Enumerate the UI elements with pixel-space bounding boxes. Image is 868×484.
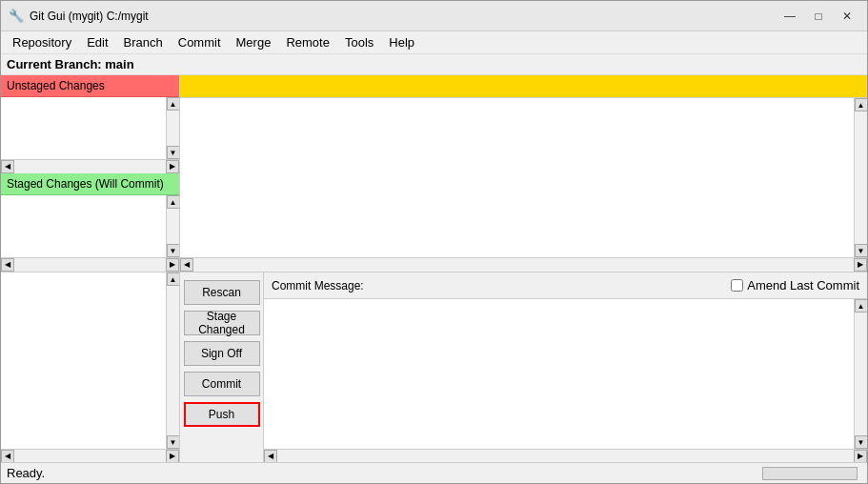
- menu-branch[interactable]: Branch: [116, 32, 171, 53]
- commit-scroll-down[interactable]: ▼: [855, 435, 868, 449]
- commit-button[interactable]: Commit: [184, 372, 260, 396]
- commit-message-panel: Commit Message: Amend Last Commit ▲ ▼: [264, 272, 867, 462]
- menu-help[interactable]: Help: [381, 32, 422, 53]
- menu-commit[interactable]: Commit: [171, 32, 229, 53]
- bottom-left-panel: ▲ ▼ ◀ ▶: [1, 272, 180, 462]
- bottom-left-hscroll-track: [14, 450, 166, 463]
- staged-vscrollbar[interactable]: ▲ ▼: [166, 195, 179, 257]
- commit-hscroll-right[interactable]: ▶: [854, 450, 867, 463]
- menu-merge[interactable]: Merge: [229, 32, 279, 53]
- bottom-left-scroll-down[interactable]: ▼: [167, 435, 180, 449]
- menu-tools[interactable]: Tools: [337, 32, 381, 53]
- diff-content[interactable]: [180, 98, 854, 257]
- app-icon: 🔧: [9, 9, 24, 24]
- bottom-area: ▲ ▼ ◀ ▶ Rescan Stage Changed Sign Off Co…: [1, 272, 867, 462]
- close-button[interactable]: ✕: [835, 7, 859, 26]
- commit-vscrollbar[interactable]: ▲ ▼: [854, 299, 867, 449]
- diff-main: ▲ ▼: [180, 98, 867, 257]
- staged-hscroll-left[interactable]: ◀: [1, 258, 14, 272]
- staged-panel-scroll-area: ▲ ▼: [1, 195, 179, 257]
- current-branch-bar: Current Branch: main: [1, 54, 867, 75]
- menu-edit[interactable]: Edit: [79, 32, 115, 53]
- diff-panel: ▲ ▼ ◀ ▶: [180, 75, 867, 271]
- menu-repository[interactable]: Repository: [5, 32, 79, 53]
- unstaged-header: Unstaged Changes: [1, 75, 179, 97]
- menu-bar: Repository Edit Branch Commit Merge Remo…: [1, 31, 867, 54]
- minimize-button[interactable]: —: [777, 7, 802, 26]
- diff-scroll-down[interactable]: ▼: [855, 244, 868, 257]
- amend-checkbox-area: Amend Last Commit: [731, 278, 859, 292]
- amend-label: Amend Last Commit: [747, 278, 859, 292]
- staged-scroll-up[interactable]: ▲: [167, 195, 180, 209]
- staged-header: Staged Changes (Will Commit): [1, 173, 179, 195]
- staged-scroll-down[interactable]: ▼: [167, 244, 180, 257]
- commit-hscroll-left[interactable]: ◀: [264, 450, 277, 463]
- diff-header-bar: [180, 75, 867, 98]
- sign-off-button[interactable]: Sign Off: [184, 341, 260, 366]
- main-content: Unstaged Changes ▲ ▼ ◀ ▶: [1, 75, 867, 483]
- amend-checkbox[interactable]: [731, 279, 743, 292]
- top-panels: Unstaged Changes ▲ ▼ ◀ ▶: [1, 75, 867, 272]
- current-branch-label: Current Branch: main: [7, 57, 134, 71]
- unstaged-hscrollbar[interactable]: ◀ ▶: [1, 159, 179, 172]
- rescan-button[interactable]: Rescan: [184, 280, 260, 305]
- stage-changed-button[interactable]: Stage Changed: [184, 311, 260, 335]
- main-window: 🔧 Git Gui (mygit) C:/mygit — □ ✕ Reposit…: [0, 0, 868, 484]
- unstaged-scroll-up[interactable]: ▲: [167, 97, 180, 111]
- unstaged-content[interactable]: [1, 97, 166, 159]
- window-controls: — □ ✕: [777, 7, 859, 26]
- unstaged-hscroll-right[interactable]: ▶: [166, 160, 179, 173]
- staged-hscrollbar[interactable]: ◀ ▶: [1, 257, 179, 271]
- diff-hscroll-right[interactable]: ▶: [854, 258, 867, 272]
- unstaged-hscroll-left[interactable]: ◀: [1, 160, 14, 173]
- commit-message-label: Commit Message:: [272, 279, 364, 292]
- status-text: Ready.: [7, 466, 45, 480]
- bottom-left-scroll: ▲ ▼: [1, 272, 179, 449]
- bottom-left-vscrollbar[interactable]: ▲ ▼: [166, 272, 179, 449]
- diff-vscrollbar[interactable]: ▲ ▼: [854, 98, 867, 257]
- bottom-left-scroll-up[interactable]: ▲: [167, 272, 180, 286]
- staged-hscroll-track: [14, 258, 166, 272]
- unstaged-scroll-down[interactable]: ▼: [167, 146, 180, 159]
- title-bar: 🔧 Git Gui (mygit) C:/mygit — □ ✕: [1, 1, 867, 31]
- unstaged-panel: Unstaged Changes ▲ ▼ ◀ ▶: [1, 75, 179, 173]
- commit-hscrollbar[interactable]: ◀ ▶: [264, 449, 867, 462]
- commit-message-content: ▲ ▼: [264, 299, 867, 449]
- diff-hscroll-left[interactable]: ◀: [180, 258, 193, 272]
- bottom-left-content[interactable]: [1, 272, 166, 449]
- menu-remote[interactable]: Remote: [278, 32, 337, 53]
- diff-hscrollbar[interactable]: ◀ ▶: [180, 257, 867, 271]
- status-progress-bar: [762, 467, 858, 480]
- commit-hscroll-track: [277, 450, 854, 463]
- staged-hscroll-right[interactable]: ▶: [166, 258, 179, 272]
- unstaged-vscrollbar[interactable]: ▲ ▼: [166, 97, 179, 159]
- staged-content[interactable]: [1, 195, 166, 257]
- status-bar: Ready.: [1, 462, 867, 483]
- diff-scroll-up[interactable]: ▲: [855, 98, 868, 111]
- unstaged-hscroll-track: [14, 160, 166, 173]
- unstaged-panel-scroll-area: ▲ ▼: [1, 97, 179, 159]
- commit-scroll-up[interactable]: ▲: [855, 299, 868, 313]
- staged-panel: Staged Changes (Will Commit) ▲ ▼ ◀ ▶: [1, 173, 179, 271]
- window-title: Git Gui (mygit) C:/mygit: [30, 10, 777, 23]
- commit-text-area[interactable]: [264, 299, 854, 449]
- bottom-left-hscroll-left[interactable]: ◀: [1, 450, 14, 463]
- bottom-left-hscroll-right[interactable]: ▶: [166, 450, 179, 463]
- left-panels: Unstaged Changes ▲ ▼ ◀ ▶: [1, 75, 180, 271]
- action-buttons-panel: Rescan Stage Changed Sign Off Commit Pus…: [180, 272, 264, 462]
- maximize-button[interactable]: □: [806, 7, 831, 26]
- diff-hscroll-track: [193, 258, 854, 272]
- status-right: [762, 467, 861, 480]
- commit-message-header: Commit Message: Amend Last Commit: [264, 272, 867, 299]
- bottom-left-hscrollbar[interactable]: ◀ ▶: [1, 449, 179, 462]
- push-button[interactable]: Push: [184, 402, 260, 427]
